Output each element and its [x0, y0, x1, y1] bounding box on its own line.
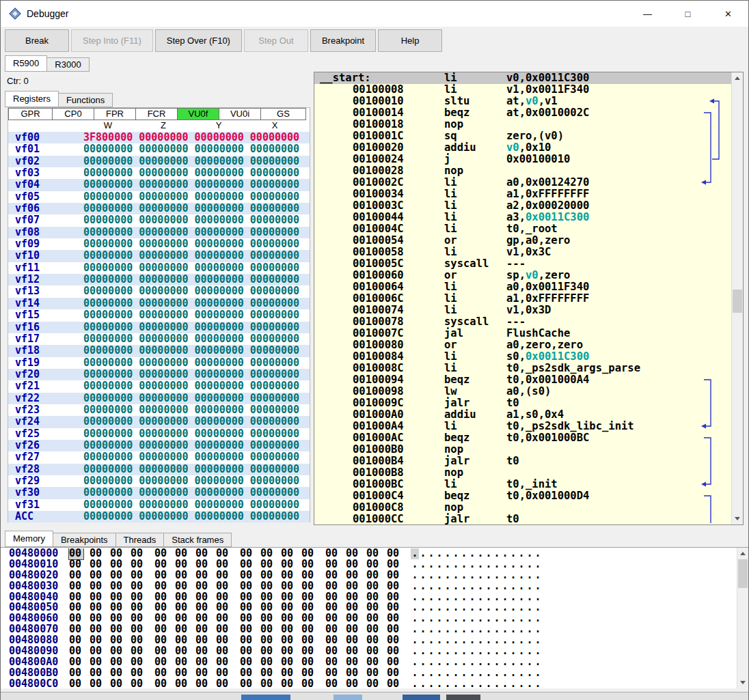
register-row-vf16[interactable]: vf1600000000 00000000 00000000 00000000	[8, 322, 310, 333]
register-row-vf04[interactable]: vf0400000000 00000000 00000000 00000000	[8, 179, 310, 191]
disasm-row-00100064[interactable]: 00100064lia0,0x0011F340	[314, 281, 731, 293]
bottom-tab-threads[interactable]: Threads	[115, 533, 165, 547]
disasm-row-00100098[interactable]: 00100098lwa0,(s0)	[314, 386, 731, 397]
register-row-vf15[interactable]: vf1500000000 00000000 00000000 00000000	[8, 309, 310, 321]
disasm-row-00100024[interactable]: 00100024j0x00100010	[314, 154, 731, 165]
memory-byte[interactable]: 00	[110, 679, 124, 688]
cpu-tab-r3000[interactable]: R3000	[46, 57, 89, 72]
maximize-button[interactable]: □	[668, 1, 708, 27]
register-row-acc[interactable]: ACC00000000 00000000 00000000 00000000	[8, 511, 310, 522]
disasm-row-00100058[interactable]: 00100058liv1,0x3C	[314, 247, 731, 258]
register-category-gpr[interactable]: GPR	[8, 108, 53, 120]
disassembly-scrollbar[interactable]	[731, 72, 743, 524]
disasm-row-001000c8[interactable]: 001000C8nop	[314, 502, 731, 514]
disasm-row-001000b4[interactable]: 001000B4jalrt0	[314, 456, 731, 467]
register-category-cp0[interactable]: CP0	[52, 108, 94, 120]
disasm-row-0010008c[interactable]: 0010008Clit0,_ps2sdk_args_parse	[314, 363, 731, 374]
register-category-vu0f[interactable]: VU0f	[177, 108, 219, 120]
register-row-vf11[interactable]: vf1100000000 00000000 00000000 00000000	[8, 262, 310, 274]
memory-byte[interactable]: 00	[387, 679, 401, 688]
disasm-row-001000b0[interactable]: 001000B0nop	[314, 444, 731, 456]
register-row-vf02[interactable]: vf0200000000 00000000 00000000 00000000	[8, 156, 310, 167]
register-row-vf10[interactable]: vf1000000000 00000000 00000000 00000000	[8, 250, 310, 262]
disasm-row-0010002c[interactable]: 0010002Clia0,0x00124270	[314, 177, 731, 188]
register-row-vf03[interactable]: vf0300000000 00000000 00000000 00000000	[8, 167, 310, 179]
disasm-row-00100084[interactable]: 00100084lis0,0x0011C300	[314, 351, 731, 363]
memory-byte[interactable]: 00	[154, 679, 169, 688]
disasm-row-00100060[interactable]: 00100060orsp,v0,zero	[314, 270, 731, 281]
disasm-row-00100054[interactable]: 00100054orgp,a0,zero	[314, 235, 731, 247]
register-row-vf22[interactable]: vf2200000000 00000000 00000000 00000000	[8, 393, 310, 404]
disasm-row-0010001c[interactable]: 0010001Csqzero,(v0)	[314, 130, 731, 142]
scroll-up-icon[interactable]	[737, 548, 748, 559]
register-row-vf29[interactable]: vf2900000000 00000000 00000000 00000000	[8, 475, 310, 487]
memory-byte[interactable]: 00	[240, 679, 254, 688]
register-row-vf17[interactable]: vf1700000000 00000000 00000000 00000000	[8, 333, 310, 345]
register-row-vf27[interactable]: vf2700000000 00000000 00000000 00000000	[8, 451, 310, 463]
disasm-row-start[interactable]: __start:liv0,0x0011C300	[314, 72, 731, 84]
disasm-row-001000c4[interactable]: 001000C4beqzt0,0x001000D4	[314, 490, 731, 502]
register-row-vf30[interactable]: vf3000000000 00000000 00000000 00000000	[8, 487, 310, 499]
register-row-vf07[interactable]: vf0700000000 00000000 00000000 00000000	[8, 214, 310, 226]
panel-tab-registers[interactable]: Registers	[5, 91, 59, 107]
toolbar-button-help[interactable]: Help	[378, 29, 442, 52]
disasm-row-001000ac[interactable]: 001000ACbeqzt0,0x001000BC	[314, 432, 731, 444]
minimize-button[interactable]: —	[627, 1, 668, 27]
memory-ascii[interactable]: ................	[411, 679, 542, 688]
disasm-row-00100074[interactable]: 00100074liv1,0x3D	[314, 305, 731, 316]
disasm-row-0010003c[interactable]: 0010003Clia2,0x00020000	[314, 200, 731, 212]
scroll-down-icon[interactable]	[732, 513, 743, 524]
disasm-row-00100078[interactable]: 00100078syscall---	[314, 316, 731, 328]
register-row-vf18[interactable]: vf1800000000 00000000 00000000 00000000	[8, 345, 310, 356]
memory-byte[interactable]: 00	[301, 679, 316, 688]
memory-byte[interactable]: 00	[69, 679, 83, 688]
register-row-vf26[interactable]: vf2600000000 00000000 00000000 00000000	[8, 440, 310, 451]
disasm-row-00100014[interactable]: 00100014beqzat,0x0010002C	[314, 107, 731, 119]
memory-scrollbar-thumb[interactable]	[738, 559, 748, 588]
memory-scrollbar[interactable]	[737, 548, 748, 688]
register-row-vf01[interactable]: vf0100000000 00000000 00000000 00000000	[8, 143, 310, 155]
memory-byte[interactable]: 00	[366, 679, 381, 688]
memory-byte[interactable]: 00	[325, 679, 340, 688]
register-category-fcr[interactable]: FCR	[135, 108, 178, 120]
disasm-row-0010005c[interactable]: 0010005Csyscall---	[314, 258, 731, 270]
memory-byte[interactable]: 00	[175, 679, 189, 688]
register-row-vf09[interactable]: vf0900000000 00000000 00000000 00000000	[8, 238, 310, 250]
toolbar-button-step-over-f10[interactable]: Step Over (F10)	[155, 29, 242, 52]
bottom-tab-stack-frames[interactable]: Stack frames	[163, 533, 232, 547]
register-category-vu0i[interactable]: VU0i	[219, 108, 261, 120]
titlebar[interactable]: Debugger — □ ✕	[1, 1, 748, 27]
disasm-row-001000bc[interactable]: 001000BClit0,_init	[314, 479, 731, 490]
disasm-row-00100020[interactable]: 00100020addiuv0,0x10	[314, 142, 731, 154]
register-row-vf20[interactable]: vf2000000000 00000000 00000000 00000000	[8, 369, 310, 380]
toolbar-button-breakpoint[interactable]: Breakpoint	[310, 29, 376, 52]
disasm-row-0010004c[interactable]: 0010004Clit0,_root	[314, 223, 731, 235]
register-row-vf28[interactable]: vf2800000000 00000000 00000000 00000000	[8, 464, 310, 475]
register-row-vf13[interactable]: vf1300000000 00000000 00000000 00000000	[8, 285, 310, 297]
register-row-vf31[interactable]: vf3100000000 00000000 00000000 00000000	[8, 499, 310, 511]
register-row-vf25[interactable]: vf2500000000 00000000 00000000 00000000	[8, 428, 310, 440]
disasm-row-00100028[interactable]: 00100028nop	[314, 165, 731, 177]
register-row-vf14[interactable]: vf1400000000 00000000 00000000 00000000	[8, 298, 310, 309]
memory-byte[interactable]: 00	[90, 679, 104, 688]
scroll-down-icon[interactable]	[737, 677, 748, 688]
register-row-vf24[interactable]: vf2400000000 00000000 00000000 00000000	[8, 416, 310, 428]
toolbar-button-break[interactable]: Break	[5, 29, 69, 52]
register-row-vf06[interactable]: vf0600000000 00000000 00000000 00000000	[8, 203, 310, 214]
cpu-tab-r5900[interactable]: R5900	[5, 55, 47, 72]
register-row-vf21[interactable]: vf2100000000 00000000 00000000 00000000	[8, 380, 310, 392]
disasm-row-001000a4[interactable]: 001000A4lit0,_ps2sdk_libc_init	[314, 421, 731, 432]
memory-byte[interactable]: 00	[216, 679, 230, 688]
bottom-tab-memory[interactable]: Memory	[5, 531, 53, 547]
memory-byte[interactable]: 00	[346, 679, 360, 688]
close-button[interactable]: ✕	[708, 1, 748, 27]
disasm-row-00100094[interactable]: 00100094beqzt0,0x001000A4	[314, 374, 731, 386]
memory-byte[interactable]: 00	[281, 679, 295, 688]
disasm-row-001000b8[interactable]: 001000B8nop	[314, 467, 731, 479]
disasm-row-00100080[interactable]: 00100080ora0,zero,zero	[314, 339, 731, 351]
scroll-up-icon[interactable]	[732, 72, 743, 84]
register-row-vf23[interactable]: vf2300000000 00000000 00000000 00000000	[8, 404, 310, 416]
disasm-row-0010007c[interactable]: 0010007CjalFlushCache	[314, 328, 731, 339]
disasm-row-0010009c[interactable]: 0010009Cjalrt0	[314, 397, 731, 409]
memory-byte[interactable]: 00	[195, 679, 210, 688]
